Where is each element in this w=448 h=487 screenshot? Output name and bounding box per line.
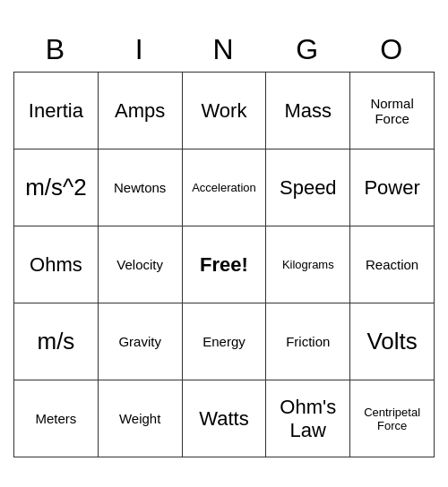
cell-4-3: Ohm'sLaw bbox=[266, 380, 350, 457]
header-letter: O bbox=[350, 30, 435, 73]
cell-2-3: Kilograms bbox=[266, 226, 350, 303]
header-letter: G bbox=[266, 30, 350, 73]
header-letter: B bbox=[14, 30, 99, 73]
cell-2-2: Free! bbox=[182, 226, 266, 303]
cell-3-3: Friction bbox=[266, 303, 350, 380]
cell-0-3: Mass bbox=[266, 73, 350, 150]
cell-0-4: NormalForce bbox=[350, 73, 435, 150]
cell-0-2: Work bbox=[182, 73, 266, 150]
cell-0-1: Amps bbox=[98, 73, 182, 150]
cell-3-0: m/s bbox=[14, 303, 99, 380]
cell-1-0: m/s^2 bbox=[14, 150, 99, 226]
cell-3-2: Energy bbox=[182, 303, 266, 380]
cell-1-2: Acceleration bbox=[182, 150, 266, 226]
cell-0-0: Inertia bbox=[14, 73, 99, 150]
cell-4-4: CentripetalForce bbox=[350, 380, 435, 457]
table-row: MetersWeightWattsOhm'sLawCentripetalForc… bbox=[14, 380, 435, 457]
bingo-card: BINGO InertiaAmpsWorkMassNormalForcem/s^… bbox=[13, 30, 435, 457]
table-row: m/sGravityEnergyFrictionVolts bbox=[14, 303, 435, 380]
cell-2-4: Reaction bbox=[350, 226, 435, 303]
cell-1-4: Power bbox=[350, 150, 435, 226]
cell-1-1: Newtons bbox=[98, 150, 182, 226]
header-row: BINGO bbox=[14, 30, 435, 73]
table-row: OhmsVelocityFree!KilogramsReaction bbox=[14, 226, 435, 303]
cell-3-1: Gravity bbox=[98, 303, 182, 380]
cell-3-4: Volts bbox=[350, 303, 435, 380]
cell-4-1: Weight bbox=[98, 380, 182, 457]
cell-2-1: Velocity bbox=[98, 226, 182, 303]
header-letter: N bbox=[182, 30, 266, 73]
header-letter: I bbox=[98, 30, 182, 73]
cell-1-3: Speed bbox=[266, 150, 350, 226]
cell-4-2: Watts bbox=[182, 380, 266, 457]
table-row: InertiaAmpsWorkMassNormalForce bbox=[14, 73, 435, 150]
table-row: m/s^2NewtonsAccelerationSpeedPower bbox=[14, 150, 435, 226]
cell-4-0: Meters bbox=[14, 380, 99, 457]
cell-2-0: Ohms bbox=[14, 226, 99, 303]
